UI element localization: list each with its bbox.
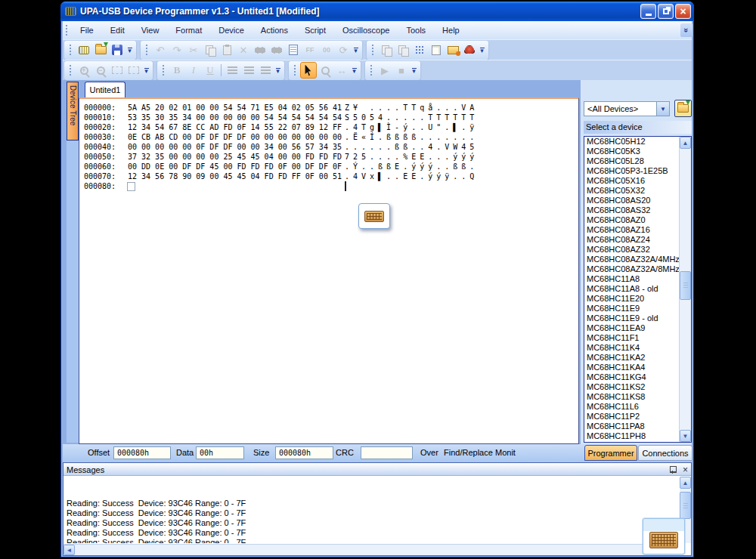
tab-connections[interactable]: Connections [638, 445, 692, 461]
new-file-button[interactable] [76, 42, 92, 58]
device-list-item[interactable]: MC68HC05P3-1E25B [584, 166, 679, 176]
fit-width-button[interactable] [109, 62, 125, 79]
hex-bytes[interactable]: 12 34 54 67 8E CC AD FD 0F 14 55 22 07 8… [128, 122, 345, 132]
menu-overflow-button[interactable]: » [680, 23, 692, 37]
monitor-indicator[interactable]: Monit [495, 448, 516, 457]
italic-button[interactable]: I [185, 62, 202, 79]
zoom-select-button[interactable] [317, 62, 333, 79]
device-tree-tab[interactable]: Device Tree [67, 82, 79, 141]
hex-bytes[interactable]: 0E CB AB CD 00 DF DF DF DF 00 00 00 00 0… [128, 132, 345, 142]
virtual-keyboard-launcher[interactable] [643, 518, 685, 554]
menu-item[interactable]: View [133, 23, 168, 37]
crc-field[interactable] [361, 446, 413, 459]
open-file-button[interactable] [92, 42, 109, 58]
messages-title-bar[interactable]: Messages × [64, 463, 691, 476]
notes-button[interactable] [428, 42, 445, 58]
pointer-tool-button[interactable] [300, 62, 317, 79]
device-list-item[interactable]: MC68HC11A8 - old [584, 284, 679, 294]
device-list-item[interactable]: MC68HC11E9 - old [584, 313, 679, 323]
align-center-button[interactable] [240, 62, 257, 79]
load-device-button[interactable] [674, 100, 692, 117]
hex-row[interactable]: 000050: 37 32 35 00 00 00 00 25 45 45 04… [84, 152, 578, 162]
scroll-up-button[interactable]: ▲ [680, 137, 691, 149]
device-list-item[interactable]: MC68HC08AZ16 [584, 225, 679, 235]
device-list-item[interactable]: MC68HC05K3 [584, 147, 679, 156]
device-options-button[interactable] [445, 42, 461, 58]
save-file-button[interactable] [109, 42, 125, 58]
find-button[interactable] [252, 42, 268, 58]
cut-button[interactable]: ✂ [185, 42, 202, 58]
band-grip[interactable] [370, 64, 373, 76]
device-list-item[interactable]: MC68HC08AZ32A/8MHz [584, 264, 679, 274]
menu-item[interactable]: Oscilloscope [334, 23, 398, 37]
scrollbar-thumb[interactable] [680, 271, 691, 300]
toolbar-overflow[interactable]: ▾ [350, 62, 358, 79]
device-list-item[interactable]: MC68HC11E9 [584, 304, 679, 313]
device-list-item[interactable]: MC68HC05X32 [584, 186, 679, 196]
pattern-button[interactable] [411, 42, 428, 58]
device-list-item[interactable]: MC68HC11KS8 [584, 392, 679, 402]
toolbar-overflow[interactable]: ▾ [410, 62, 418, 79]
zoom-in-button[interactable]: + [76, 62, 92, 79]
scroll-down-button[interactable]: ▼ [680, 430, 691, 442]
over-indicator[interactable]: Over [420, 448, 438, 457]
hex-row[interactable]: 000060: 00 DD 0E 00 DF DF 45 00 FD FD FD… [84, 162, 578, 171]
hex-ascii[interactable]: .4Tg▌Ì-ý..U".▌.ÿ [345, 122, 478, 132]
hex-ascii[interactable]: 725....%EE...ýýý [345, 152, 478, 162]
hex-row[interactable]: 000070: 12 34 56 78 90 09 00 45 45 04 FD… [84, 171, 578, 181]
messages-hscrollbar[interactable]: ◄ [64, 544, 680, 555]
fill-00-button[interactable]: 00 [318, 42, 335, 58]
hex-row[interactable]: 000000: 5A A5 20 02 01 00 00 54 54 71 E5… [84, 103, 578, 113]
hex-bytes[interactable]: 12 34 56 78 90 09 00 45 45 04 FD FD FF 0… [128, 171, 345, 181]
menu-item[interactable]: Edit [102, 23, 133, 37]
messages-close-icon[interactable]: × [683, 466, 688, 474]
band-grip[interactable] [69, 44, 73, 56]
fill-ff-button[interactable]: FF [302, 42, 318, 58]
hex-row[interactable]: 000010: 53 35 30 35 34 00 00 00 00 00 54… [84, 113, 578, 122]
stop-button[interactable]: ■ [393, 62, 410, 79]
device-list-item[interactable]: MC68HC11K4 [584, 343, 679, 353]
hex-ascii[interactable]: Z¥ ....TTqå...VA [345, 103, 478, 113]
device-list-item[interactable]: MC68HC11A8 [584, 274, 679, 284]
device-list-item[interactable]: MC68HC05H12 [584, 137, 679, 147]
hex-row[interactable]: 000020: 12 34 54 67 8E CC AD FD 0F 14 55… [84, 122, 578, 132]
device-list-item[interactable]: MC68HC11KS2 [584, 382, 679, 392]
toolbar-overflow[interactable]: ▾ [352, 42, 360, 58]
hex-row[interactable]: 000080: [84, 181, 578, 191]
offset-field[interactable]: 000080h [113, 446, 171, 459]
scrollbar-thumb[interactable] [680, 492, 691, 519]
toolbar-overflow[interactable]: ▾ [274, 62, 282, 79]
hex-bytes[interactable]: 53 35 30 35 34 00 00 00 00 00 54 54 54 5… [128, 113, 345, 122]
menu-item[interactable]: Format [167, 23, 210, 37]
hex-row[interactable]: 000040: 00 00 00 00 00 0F DF DF 00 00 34… [84, 142, 578, 152]
device-list-item[interactable]: MC68HC11KA4 [584, 363, 679, 372]
size-field[interactable]: 000080h [275, 446, 333, 459]
hex-bytes[interactable]: 00 00 00 00 00 0F DF DF 00 00 34 00 56 5… [128, 142, 345, 152]
debug-button[interactable] [461, 42, 478, 58]
text-view-button[interactable] [285, 42, 302, 58]
find-next-button[interactable] [268, 42, 285, 58]
paste-button[interactable] [218, 42, 235, 58]
device-list-item[interactable]: MC68HC08AZ24 [584, 235, 679, 245]
undo-button[interactable]: ↶ [152, 42, 169, 58]
combo-dropdown-button[interactable]: ▼ [656, 102, 669, 116]
device-filter-combo[interactable]: <All Devices> ▼ [584, 101, 670, 116]
run-button[interactable]: ▶ [376, 62, 393, 79]
device-list-item[interactable]: MC68HC11L6 [584, 402, 679, 412]
data-field[interactable]: 00h [196, 446, 244, 459]
device-list-item[interactable]: MC68HC11PA8 [584, 422, 679, 431]
menu-item[interactable]: Script [296, 23, 334, 37]
redo-button[interactable]: ↷ [169, 42, 185, 58]
hex-bytes[interactable]: 00 DD 0E 00 DF DF 45 00 FD FD FD 0F 00 D… [128, 162, 345, 171]
device-list-item[interactable]: MC68HC11P2 [584, 412, 679, 422]
device-list-item[interactable]: MC68HC08AZ32 [584, 245, 679, 255]
hex-bytes[interactable] [128, 181, 345, 191]
menu-grip[interactable] [65, 24, 69, 36]
fit-page-button[interactable] [125, 62, 142, 79]
band-grip[interactable] [162, 64, 166, 76]
close-button[interactable]: × [675, 4, 691, 19]
align-right-button[interactable] [257, 62, 274, 79]
device-list-item[interactable]: MC68HC11PH8 [584, 431, 679, 441]
hex-ascii[interactable]: S5054.....TTTTTT [345, 113, 478, 122]
device-list-item[interactable]: MC68HC08AS32 [584, 205, 679, 215]
